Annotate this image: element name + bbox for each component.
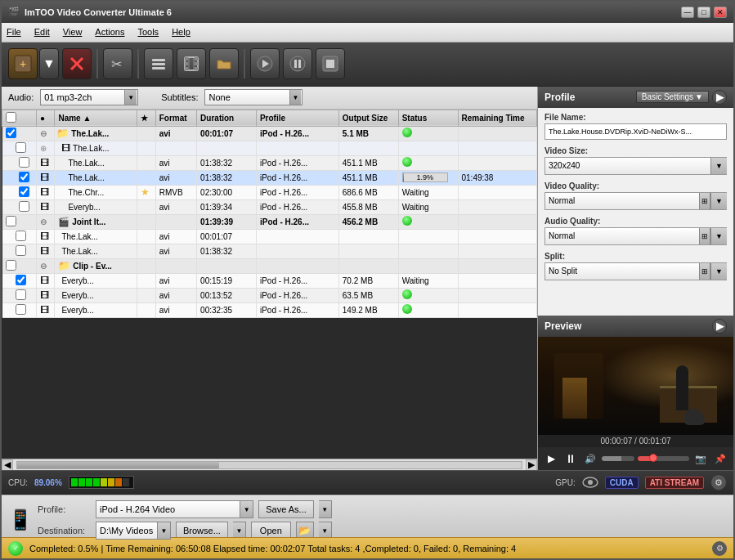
menu-help[interactable]: Help bbox=[172, 27, 190, 37]
destination-label: Destination: bbox=[38, 526, 91, 535]
row-checkbox[interactable] bbox=[16, 275, 26, 285]
volume-slider[interactable] bbox=[602, 456, 634, 461]
table-row[interactable]: ⊕ 🎞 The.Lak... bbox=[2, 141, 537, 155]
row-checkbox[interactable] bbox=[19, 157, 29, 168]
table-row[interactable]: 🎞 The.Lak... avi 00:01:07 bbox=[2, 229, 537, 244]
menu-actions[interactable]: Actions bbox=[95, 27, 124, 37]
preview-expand-button[interactable]: ▶ bbox=[712, 319, 727, 334]
file-table-container[interactable]: ● Name ▲ ★ Format Duration Profile Outpu… bbox=[2, 110, 537, 459]
table-row[interactable]: 🎞 The.Lak... avi 01:38:32 iPod - H.26...… bbox=[2, 155, 537, 170]
subtitles-label: Subtitles: bbox=[161, 92, 198, 102]
horizontal-scrollbar[interactable]: ◀ ▶ bbox=[2, 459, 537, 470]
table-row[interactable]: ⊖ 📁 Clip - Ev... bbox=[2, 258, 537, 273]
basic-settings-label: Basic Settings bbox=[642, 92, 693, 101]
seek-bar[interactable] bbox=[638, 456, 689, 461]
th-remaining[interactable]: Remaining Time bbox=[458, 110, 537, 126]
table-row[interactable]: 🎞 The.Lak... avi 01:38:32 iPod - H.26...… bbox=[2, 170, 537, 185]
film-view-button[interactable] bbox=[177, 48, 206, 79]
menu-view[interactable]: View bbox=[63, 27, 83, 37]
hscroll-track[interactable] bbox=[16, 461, 522, 469]
th-output-size[interactable]: Output Size bbox=[338, 110, 398, 126]
audio-select[interactable]: 01 mp3-2ch bbox=[40, 89, 138, 105]
video-size-select[interactable]: 320x240 bbox=[545, 157, 727, 175]
profile-expand-button[interactable]: ▶ bbox=[712, 90, 727, 105]
close-button[interactable]: ✕ bbox=[714, 7, 727, 18]
status-icon-green bbox=[402, 157, 412, 167]
split-select-wrap: No Split ⊞ ▼ bbox=[545, 262, 727, 280]
menu-edit[interactable]: Edit bbox=[34, 27, 50, 37]
th-name[interactable]: Name ▲ bbox=[55, 110, 137, 126]
th-format[interactable]: Format bbox=[155, 110, 196, 126]
row-checkbox[interactable] bbox=[6, 260, 16, 271]
audio-quality-expand-button[interactable]: ⊞ bbox=[699, 228, 710, 244]
row-checkbox[interactable] bbox=[16, 142, 26, 153]
table-row[interactable]: 🎞 Everyb... avi 00:15:19 iPod - H.26... … bbox=[2, 273, 537, 288]
save-as-button[interactable]: Save As... bbox=[258, 500, 314, 518]
pause-vc-button[interactable]: ⏸ bbox=[562, 450, 579, 467]
ati-stream-button[interactable]: ATI STREAM bbox=[645, 477, 704, 489]
row-checkbox[interactable] bbox=[19, 186, 29, 197]
stop-button[interactable] bbox=[316, 48, 345, 79]
row-checkbox[interactable] bbox=[19, 172, 29, 182]
video-quality-expand-button[interactable]: ⊞ bbox=[699, 193, 710, 209]
hscroll-thumb[interactable] bbox=[17, 462, 219, 468]
pause-button[interactable] bbox=[283, 48, 312, 79]
profile-dropdown[interactable]: iPod - H.264 Video bbox=[96, 500, 240, 518]
cuda-button[interactable]: CUDA bbox=[605, 477, 639, 489]
list-view-button[interactable] bbox=[144, 48, 173, 79]
seek-thumb[interactable] bbox=[649, 454, 657, 462]
volume-button[interactable]: 🔊 bbox=[582, 450, 598, 467]
row-checkbox[interactable] bbox=[6, 216, 16, 226]
add-dropdown-button[interactable]: ▼ bbox=[39, 48, 59, 79]
collapse-icon[interactable]: ⊖ bbox=[40, 262, 47, 271]
save-as-dropdown-button[interactable]: ▼ bbox=[319, 500, 332, 518]
table-row[interactable]: 🎞 The.Chr... ★ RMVB 02:30:00 iPod - H.26… bbox=[2, 185, 537, 199]
table-row[interactable]: 🎞 The.Lak... avi 01:38:32 bbox=[2, 244, 537, 258]
select-all-checkbox[interactable] bbox=[6, 112, 16, 123]
film-icon: 🎞 bbox=[61, 143, 70, 153]
menu-tools[interactable]: Tools bbox=[137, 27, 159, 37]
collapse-icon[interactable]: ⊖ bbox=[40, 217, 47, 226]
hscroll-left-button[interactable]: ◀ bbox=[2, 459, 13, 471]
destination-dropdown[interactable]: D:\My Videos bbox=[96, 522, 158, 540]
th-status[interactable]: Status bbox=[398, 110, 458, 126]
cut-button[interactable]: ✂ bbox=[103, 48, 132, 79]
row-checkbox[interactable] bbox=[6, 128, 16, 138]
collapse-icon[interactable]: ⊖ bbox=[40, 129, 47, 138]
row-checkbox[interactable] bbox=[16, 304, 26, 315]
subgroup-expand-icon[interactable]: ⊕ bbox=[40, 144, 47, 153]
th-duration[interactable]: Duration bbox=[197, 110, 257, 126]
minimize-button[interactable]: — bbox=[681, 7, 694, 18]
status-bar: ✓ Completed: 0.5% | Time Remaining: 06:5… bbox=[2, 537, 733, 558]
clip-button[interactable]: 📌 bbox=[712, 450, 728, 467]
status-settings-button[interactable]: ⚙ bbox=[712, 541, 727, 556]
table-row[interactable]: 🎞 Everyb... avi 00:13:52 iPod - H.26... … bbox=[2, 288, 537, 302]
table-row[interactable]: ⊖ 📁 The.Lak... avi 00:01:07 iPod - H.26.… bbox=[2, 126, 537, 141]
table-row[interactable]: ⊖ 🎬 Joint It... 01:39:39 iPod - H.26... … bbox=[2, 214, 537, 229]
row-checkbox[interactable] bbox=[19, 201, 29, 212]
device-icon: 📱 bbox=[8, 508, 33, 531]
hscroll-right-button[interactable]: ▶ bbox=[526, 459, 537, 471]
convert-button[interactable] bbox=[250, 48, 280, 79]
row-checkbox[interactable] bbox=[16, 245, 26, 256]
th-profile[interactable]: Profile bbox=[256, 110, 338, 126]
folder-button[interactable] bbox=[209, 48, 239, 79]
file-name-input[interactable] bbox=[545, 123, 727, 140]
table-row[interactable]: 🎞 Everyb... avi 01:39:34 iPod - H.26... … bbox=[2, 199, 537, 214]
maximize-button[interactable]: □ bbox=[697, 7, 710, 18]
screenshot-button[interactable]: 📷 bbox=[692, 450, 709, 467]
row-checkbox[interactable] bbox=[16, 289, 26, 300]
basic-settings-button[interactable]: Basic Settings ▼ bbox=[636, 91, 709, 103]
destination-dropdown-arrow[interactable]: ▼ bbox=[158, 522, 171, 540]
menu-file[interactable]: File bbox=[7, 27, 21, 37]
profile-dropdown-arrow[interactable]: ▼ bbox=[240, 500, 253, 518]
subtitle-select[interactable]: None bbox=[204, 89, 303, 105]
remove-button[interactable] bbox=[62, 48, 92, 79]
svg-rect-11 bbox=[185, 67, 188, 70]
settings-gear-button[interactable]: ⚙ bbox=[710, 474, 727, 491]
table-row[interactable]: 🎞 Everyb... avi 00:32:35 iPod - H.26... … bbox=[2, 302, 537, 317]
add-file-button[interactable]: + bbox=[8, 48, 38, 79]
row-checkbox[interactable] bbox=[16, 231, 26, 241]
play-button[interactable]: ▶ bbox=[543, 450, 559, 467]
split-expand-button[interactable]: ⊞ bbox=[699, 263, 710, 280]
